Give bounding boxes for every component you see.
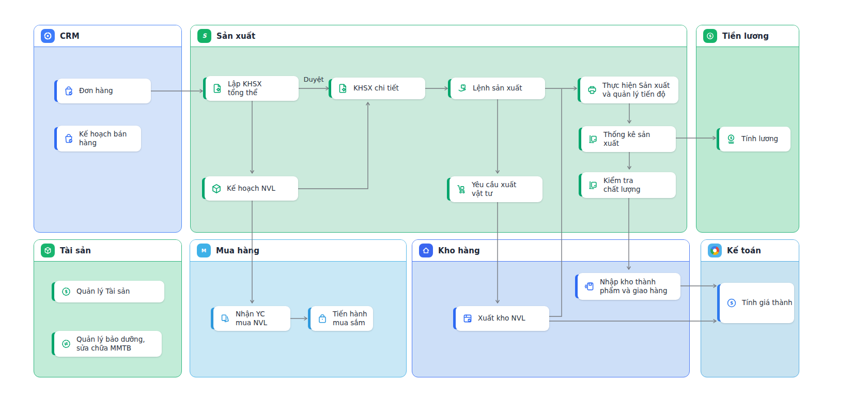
node-label: Kế hoạch bán hàng <box>79 130 127 148</box>
node-label: Nhận YC mua NVL <box>236 310 267 328</box>
node-label: Quản lý Tài sản <box>76 287 130 296</box>
node-label: Đơn hàng <box>79 86 113 95</box>
panel-title: Kho hàng <box>438 246 480 255</box>
box-check-icon <box>462 313 473 324</box>
cube-app-icon <box>41 244 55 257</box>
node-nhap-kho-thanh-pham[interactable]: Nhập kho thành phẩm và giao hàng <box>575 273 680 300</box>
node-thong-ke-san-xuat[interactable]: Thống kê sản xuất <box>579 126 676 152</box>
house-icon <box>419 244 433 257</box>
node-label: Quản lý bảo dưỡng, sửa chữa MMTB <box>76 335 145 353</box>
m-letter-icon: M <box>197 244 211 257</box>
node-yeu-cau-xuat-vat-tu[interactable]: Yêu cầu xuất vật tư <box>447 176 542 202</box>
panel-title: Tiền lương <box>722 32 769 41</box>
node-quan-ly-bao-duong[interactable]: Quản lý bảo dưỡng, sửa chữa MMTB <box>52 331 162 357</box>
node-label: Nhập kho thành phẩm và giao hàng <box>600 278 668 296</box>
svg-text:$: $ <box>709 34 711 38</box>
svg-text:S: S <box>202 32 207 39</box>
svg-text:$: $ <box>730 135 732 140</box>
shopping-bag-icon <box>317 313 328 324</box>
panel-header: Kho hàng <box>412 240 689 262</box>
panel-header: $Tiền lương <box>696 25 799 47</box>
document-pages-icon <box>220 313 231 324</box>
node-label: Thực hiện Sản xuất và quản lý tiến độ <box>602 81 670 99</box>
panel-title: Kế toán <box>727 246 761 255</box>
node-xuat-kho-nvl[interactable]: Xuất kho NVL <box>453 306 549 331</box>
panel-title: Tài sản <box>60 246 91 255</box>
panel-header: Kế toán <box>701 240 799 262</box>
panel-header: MMua hàng <box>190 240 406 262</box>
panel-title: Mua hàng <box>216 246 259 255</box>
node-lenh-san-xuat[interactable]: Lệnh sản xuất <box>448 78 545 99</box>
panel-header: Tài sản <box>34 240 181 262</box>
node-label: Yêu cầu xuất vật tư <box>472 180 516 199</box>
panel-title: Sản xuất <box>216 32 255 41</box>
node-thuc-hien-san-xuat[interactable]: Thực hiện Sản xuất và quản lý tiến độ <box>578 77 678 103</box>
node-label: Lập KHSX tổng thể <box>228 80 261 98</box>
node-lap-khsx-tong-the[interactable]: Lập KHSX tổng thể <box>203 76 299 101</box>
node-don-hang[interactable]: Đơn hàng <box>54 79 151 103</box>
node-label: Tính lương <box>741 134 778 143</box>
node-kiem-tra-chat-luong[interactable]: Kiểm tra chất lượng <box>579 172 676 198</box>
production-stats-icon <box>587 133 599 145</box>
node-ke-hoach-nvl[interactable]: Kế hoạch NVL <box>202 176 298 201</box>
gear-sync-icon <box>60 338 72 350</box>
document-gear-icon <box>212 83 223 94</box>
printer-icon <box>586 84 598 96</box>
node-tinh-luong[interactable]: $Tính lương <box>717 127 791 151</box>
node-khsx-chi-tiet[interactable]: KHSX chi tiết <box>329 78 425 99</box>
production-stats-icon <box>587 179 599 191</box>
panel-header: CRM <box>34 25 181 47</box>
document-gear-icon <box>337 83 349 94</box>
node-label: Kế hoạch NVL <box>227 184 275 193</box>
node-label: Xuất kho NVL <box>478 314 525 323</box>
node-tien-hanh-mua-sam[interactable]: Tiến hành mua sắm <box>308 306 373 331</box>
node-label: Lệnh sản xuất <box>473 84 522 93</box>
node-quan-ly-tai-san[interactable]: $Quản lý Tài sản <box>52 281 164 302</box>
hand-truck-icon <box>456 184 467 195</box>
erp-flow-diagram: CRMĐơn hàngKế hoạch bán hàngSSản xuấtLập… <box>0 0 868 395</box>
panel-header: SSản xuất <box>191 25 687 47</box>
node-ke-hoach-ban-hang[interactable]: Kế hoạch bán hàng <box>54 126 141 151</box>
node-label: Tiến hành mua sắm <box>333 310 367 328</box>
node-label: KHSX chi tiết <box>353 84 399 93</box>
node-label: Kiểm tra chất lượng <box>603 176 641 194</box>
shopping-bag-check-icon <box>63 85 74 97</box>
node-tinh-gia-thanh[interactable]: $Tính giá thành <box>717 283 794 323</box>
cube-icon <box>211 183 222 194</box>
salary-coin-icon: $ <box>725 133 737 145</box>
crm-compass-icon <box>41 29 55 43</box>
panel-title: CRM <box>60 32 80 41</box>
svg-text:M: M <box>202 248 207 253</box>
node-label: Tính giá thành <box>742 298 793 307</box>
s-swoosh-icon: S <box>197 29 211 43</box>
shopping-bag-check-icon <box>63 133 74 144</box>
box-hand-icon <box>457 83 468 94</box>
node-label: Thống kê sản xuất <box>603 130 650 148</box>
node-nhan-yc-mua-nvl[interactable]: Nhận YC mua NVL <box>211 306 290 331</box>
svg-text:$: $ <box>730 300 733 306</box>
svg-text:$: $ <box>65 289 68 294</box>
dollar-circle-icon: $ <box>726 297 737 309</box>
gear-dollar-icon: $ <box>60 286 72 297</box>
accounting-pinwheel-icon <box>708 244 722 257</box>
dollar-coin-app-icon: $ <box>703 29 717 43</box>
box-arrow-icon <box>584 281 595 292</box>
